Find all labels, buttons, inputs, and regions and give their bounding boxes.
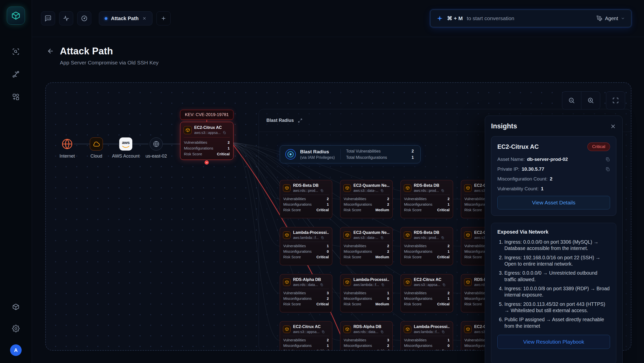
asset-card[interactable]: Lambda-Processi... aws:lambda:::f... Vul… bbox=[340, 274, 393, 312]
node-aws-account[interactable]: aws AWS Account bbox=[111, 137, 141, 159]
asset-card[interactable]: Lambda-Processi... aws:lambda:::f... Vul… bbox=[400, 321, 453, 351]
vulnerabilities-value: 1 bbox=[327, 244, 329, 248]
close-icon[interactable] bbox=[610, 123, 616, 130]
view-asset-details-button[interactable]: View Asset Details bbox=[497, 196, 610, 209]
asset-name: EC2-Quantum Ne... bbox=[353, 230, 389, 235]
asset-type-icon bbox=[464, 184, 472, 192]
risk-score-value: Critical bbox=[437, 255, 450, 259]
copy-icon[interactable] bbox=[380, 189, 384, 192]
risk-score-value: Medium bbox=[375, 208, 389, 212]
agent-label: Agent bbox=[605, 16, 618, 21]
zoom-out-icon bbox=[568, 97, 575, 104]
expand-icon[interactable] bbox=[298, 118, 302, 123]
command-bar[interactable]: ⌘ + M to start conversation Agent bbox=[430, 10, 631, 27]
copy-icon[interactable] bbox=[441, 236, 444, 239]
asset-card[interactable]: EC2-Quantum Ne... aws:s3:::data-... Vuln… bbox=[340, 180, 393, 218]
vulnerabilities-value: 2 bbox=[327, 338, 329, 342]
blast-asset-grid: RDS-Beta DB aws:rds:::prod... Vulnerabil… bbox=[280, 180, 513, 351]
source-asset-card[interactable]: EC2-Citrux AC aws:s3:::appsa... Vulnerab… bbox=[180, 122, 233, 160]
asset-card[interactable]: Lambda-Processi... aws:lambda:::f... Vul… bbox=[280, 227, 332, 265]
zoom-in-button[interactable] bbox=[581, 92, 600, 109]
asset-card[interactable]: EC2-Quantum Ne... aws:s3:::data-... Vuln… bbox=[340, 227, 393, 265]
misconfigurations-value: 0 bbox=[448, 344, 450, 348]
asset-card[interactable]: RDS-Beta DB aws:rds:::prod... Vulnerabil… bbox=[280, 180, 332, 218]
app-logo[interactable] bbox=[7, 7, 25, 25]
misconfigurations-value: 0 bbox=[387, 297, 389, 301]
copy-icon[interactable] bbox=[442, 283, 446, 286]
sparkle-icon bbox=[436, 15, 443, 22]
asset-card[interactable]: RDS-Alpha DB aws:rds:::data... Vulnerabi… bbox=[280, 274, 332, 312]
vulnerabilities-value: 1 bbox=[448, 338, 450, 342]
node-region[interactable]: us-east-02 bbox=[141, 137, 171, 159]
sidebar-item-cube[interactable] bbox=[10, 301, 22, 313]
copy-icon[interactable] bbox=[380, 236, 384, 239]
copy-icon[interactable] bbox=[605, 167, 610, 172]
asset-arn: aws:s3:::appsa... bbox=[293, 330, 319, 334]
blast-radius-chip[interactable]: Blast Radius (via IAM Privileges) Total … bbox=[280, 145, 421, 163]
copy-icon[interactable] bbox=[321, 330, 325, 334]
exposed-via-network-card: Exposed Via Network Ingress: 0.0.0.0/0 o… bbox=[491, 223, 616, 363]
sidebar-item-attack-paths[interactable] bbox=[10, 68, 22, 80]
back-button[interactable] bbox=[47, 47, 54, 66]
asset-field-row: Asset Name: db-server-prod-02 bbox=[497, 157, 610, 162]
command-hint: to start conversation bbox=[467, 15, 514, 21]
expand-node-marker[interactable] bbox=[204, 160, 209, 165]
asset-card[interactable]: RDS-Beta DB aws:rds:::prod... Vulnerabil… bbox=[400, 180, 453, 218]
asset-arn: aws:rds:::prod... bbox=[293, 189, 318, 193]
vulnerabilities-value: 3 bbox=[327, 291, 329, 295]
asset-type-icon bbox=[464, 278, 472, 286]
copy-icon[interactable] bbox=[380, 330, 384, 334]
fullscreen-button[interactable] bbox=[606, 91, 625, 110]
asset-type-icon bbox=[464, 231, 472, 239]
sidebar-item-settings[interactable] bbox=[10, 323, 22, 334]
copy-icon[interactable] bbox=[441, 189, 444, 192]
page-header: Attack Path App Server Compromise via Ol… bbox=[47, 46, 158, 66]
copy-icon[interactable] bbox=[381, 283, 384, 286]
sidebar-item-asset-search[interactable] bbox=[10, 46, 22, 57]
field-value: 1 bbox=[541, 186, 544, 192]
asset-type-icon bbox=[343, 231, 351, 239]
asset-card[interactable]: EC2-Citrux AC aws:s3:::appsa... Vulnerab… bbox=[400, 274, 453, 312]
risk-score-value: Medium bbox=[375, 302, 389, 306]
asset-arn: aws:rds:::prod... bbox=[414, 236, 439, 240]
copy-icon[interactable] bbox=[321, 236, 324, 239]
misconfigurations-value: 1 bbox=[327, 202, 329, 206]
view-resolution-playbook-button[interactable]: View Resolution Playbook bbox=[497, 335, 610, 349]
asset-card[interactable]: RDS-Beta DB aws:rds:::prod... Vulnerabil… bbox=[400, 227, 453, 265]
tab-attack-path[interactable]: Attack Path bbox=[99, 11, 152, 25]
insights-panel: Insights EC2-Citrux AC Critical Asset Na… bbox=[485, 116, 623, 363]
node-cloud[interactable]: Cloud bbox=[81, 137, 111, 159]
chat-button[interactable] bbox=[41, 11, 55, 25]
copy-icon[interactable] bbox=[605, 157, 610, 162]
node-label: AWS Account bbox=[112, 154, 139, 159]
node-label: Internet bbox=[59, 154, 75, 159]
asset-name: Lambda-Processi... bbox=[353, 277, 389, 282]
risk-score-value: Critical bbox=[316, 302, 329, 306]
asset-name: RDS-Beta DB bbox=[414, 183, 444, 188]
asset-name: Lambda-Processi... bbox=[414, 324, 450, 329]
tab-close-icon[interactable] bbox=[142, 16, 147, 21]
pen-tool-icon bbox=[596, 15, 602, 21]
sidebar-item-inventory[interactable] bbox=[10, 91, 22, 103]
user-avatar[interactable]: A bbox=[10, 344, 22, 356]
node-internet[interactable]: Internet bbox=[52, 137, 82, 159]
agent-selector[interactable]: Agent bbox=[596, 15, 625, 21]
asset-card[interactable]: RDS-Alpha DB aws:rds:::data... Vulnerabi… bbox=[340, 321, 393, 351]
asset-type-icon bbox=[464, 325, 472, 333]
asset-card[interactable]: EC2-Citrux AC aws:s3:::appsa... Vulnerab… bbox=[280, 321, 332, 351]
copy-icon[interactable] bbox=[441, 330, 445, 334]
copy-icon[interactable] bbox=[320, 189, 324, 192]
activity-button[interactable] bbox=[59, 11, 73, 25]
asset-type-icon bbox=[404, 231, 411, 239]
new-tab-button[interactable] bbox=[156, 11, 171, 25]
asset-field-row: Vulnerability Count: 1 bbox=[497, 186, 610, 192]
page-title: Attack Path bbox=[60, 46, 158, 57]
asset-arn: aws:s3:::data-... bbox=[353, 236, 378, 240]
chevron-down-icon bbox=[621, 16, 625, 21]
copy-icon[interactable] bbox=[320, 283, 323, 286]
copy-icon[interactable] bbox=[223, 131, 226, 134]
zoom-out-button[interactable] bbox=[562, 92, 581, 109]
kev-cve-chip[interactable]: KEV: CVE-2019-19781 bbox=[180, 110, 233, 120]
asset-arn: aws:lambda:::f... bbox=[414, 330, 439, 334]
gauge-button[interactable] bbox=[77, 11, 91, 25]
